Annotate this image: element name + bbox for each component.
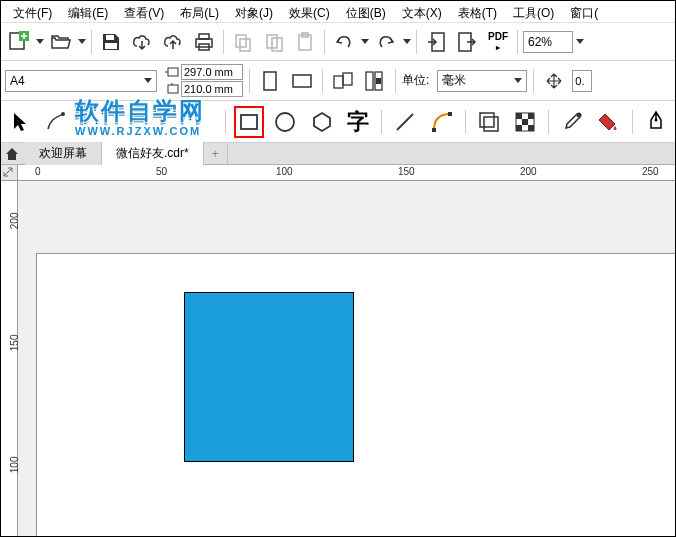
new-button[interactable] <box>5 28 33 56</box>
svg-rect-33 <box>516 113 522 119</box>
menu-table[interactable]: 表格(T) <box>450 3 505 20</box>
separator <box>91 30 92 54</box>
svg-rect-23 <box>376 78 381 84</box>
svg-rect-25 <box>241 115 257 129</box>
save-button[interactable] <box>97 28 125 56</box>
text-tool[interactable]: 字 <box>343 106 373 138</box>
page[interactable] <box>36 253 675 536</box>
ellipse-tool[interactable] <box>270 106 300 138</box>
export-button[interactable] <box>453 28 481 56</box>
pick-tool[interactable] <box>5 106 35 138</box>
menu-text[interactable]: 文本(X) <box>394 3 450 20</box>
undo-button[interactable] <box>330 28 358 56</box>
svg-rect-21 <box>366 72 373 90</box>
unit-select[interactable]: 毫米 <box>437 70 527 92</box>
fill-tool[interactable] <box>593 106 623 138</box>
menu-edit[interactable]: 编辑(E) <box>60 3 116 20</box>
ruler-corner[interactable] <box>1 165 18 181</box>
ruler-horizontal[interactable]: 0 50 100 150 200 250 <box>18 165 675 181</box>
svg-rect-34 <box>528 113 534 119</box>
separator <box>381 110 382 134</box>
width-input[interactable] <box>181 64 243 80</box>
home-icon[interactable] <box>3 145 21 163</box>
eyedropper-tool[interactable] <box>557 106 587 138</box>
cloud-upload-button[interactable] <box>159 28 187 56</box>
clipboard-button[interactable] <box>291 28 319 56</box>
polygon-tool[interactable] <box>307 106 337 138</box>
paste-button[interactable] <box>260 28 288 56</box>
svg-rect-29 <box>448 112 452 116</box>
svg-point-26 <box>276 113 294 131</box>
pdf-button[interactable]: PDF▸ <box>484 28 512 56</box>
separator <box>416 30 417 54</box>
svg-rect-35 <box>522 119 528 125</box>
svg-rect-17 <box>264 72 276 90</box>
transparency-tool[interactable] <box>510 106 540 138</box>
menu-bitmap[interactable]: 位图(B) <box>338 3 394 20</box>
landscape-button[interactable] <box>288 67 316 95</box>
menu-view[interactable]: 查看(V) <box>116 3 172 20</box>
separator <box>548 110 549 134</box>
separator <box>395 69 396 93</box>
svg-rect-2 <box>106 35 114 40</box>
freehand-tool[interactable] <box>41 106 71 138</box>
portrait-button[interactable] <box>256 67 284 95</box>
svg-line-27 <box>397 114 413 130</box>
chevron-down-icon <box>514 78 522 84</box>
unit-value: 毫米 <box>442 72 466 89</box>
menu-object[interactable]: 对象(J) <box>227 3 281 20</box>
cloud-download-button[interactable] <box>128 28 156 56</box>
nudge-button[interactable] <box>540 67 568 95</box>
dropdown-icon[interactable] <box>78 39 86 45</box>
property-toolbar: A4 单位: 毫米 <box>1 61 675 101</box>
import-button[interactable] <box>422 28 450 56</box>
svg-rect-31 <box>484 117 498 131</box>
zoom-input[interactable] <box>523 31 573 53</box>
line-tool[interactable] <box>390 106 420 138</box>
current-page-button[interactable] <box>361 67 389 95</box>
tick: 150 <box>398 166 415 177</box>
copy-button[interactable] <box>229 28 257 56</box>
menu-window[interactable]: 窗口( <box>562 3 606 20</box>
svg-point-39 <box>654 118 657 121</box>
separator <box>322 69 323 93</box>
separator <box>517 30 518 54</box>
height-input[interactable] <box>181 81 243 97</box>
tab-new[interactable]: + <box>204 144 228 164</box>
menu-layout[interactable]: 布局(L) <box>172 3 227 20</box>
tab-welcome[interactable]: 欢迎屏幕 <box>25 142 102 165</box>
effect-tool[interactable] <box>474 106 504 138</box>
all-pages-button[interactable] <box>329 67 357 95</box>
svg-rect-28 <box>432 128 436 132</box>
separator <box>223 30 224 54</box>
rectangle-object[interactable] <box>184 292 354 462</box>
dropdown-icon[interactable] <box>36 39 44 45</box>
dimensions <box>165 64 243 97</box>
pen-tool[interactable] <box>641 106 671 138</box>
canvas[interactable] <box>18 181 675 536</box>
svg-point-38 <box>577 112 582 117</box>
menu-file[interactable]: 文件(F) <box>5 3 60 20</box>
redo-button[interactable] <box>372 28 400 56</box>
separator <box>465 110 466 134</box>
dropdown-icon[interactable] <box>361 39 369 45</box>
tick: 250 <box>642 166 659 177</box>
curve-tool[interactable] <box>426 106 456 138</box>
svg-rect-15 <box>168 68 178 76</box>
open-button[interactable] <box>47 28 75 56</box>
nudge-stepper[interactable] <box>572 70 592 92</box>
separator <box>249 69 250 93</box>
ruler-vertical[interactable]: 200 150 100 <box>1 165 18 536</box>
rectangle-tool[interactable] <box>234 106 265 138</box>
menu-effect[interactable]: 效果(C) <box>281 3 338 20</box>
tick: 0 <box>35 166 41 177</box>
svg-rect-19 <box>334 76 343 88</box>
page-size-select[interactable]: A4 <box>5 70 157 92</box>
width-icon <box>165 66 179 78</box>
dropdown-icon[interactable] <box>576 39 584 45</box>
menu-tools[interactable]: 工具(O) <box>505 3 562 20</box>
tab-document[interactable]: 微信好友.cdr* <box>102 142 204 165</box>
print-button[interactable] <box>190 28 218 56</box>
tick: 100 <box>276 166 293 177</box>
dropdown-icon[interactable] <box>403 39 411 45</box>
